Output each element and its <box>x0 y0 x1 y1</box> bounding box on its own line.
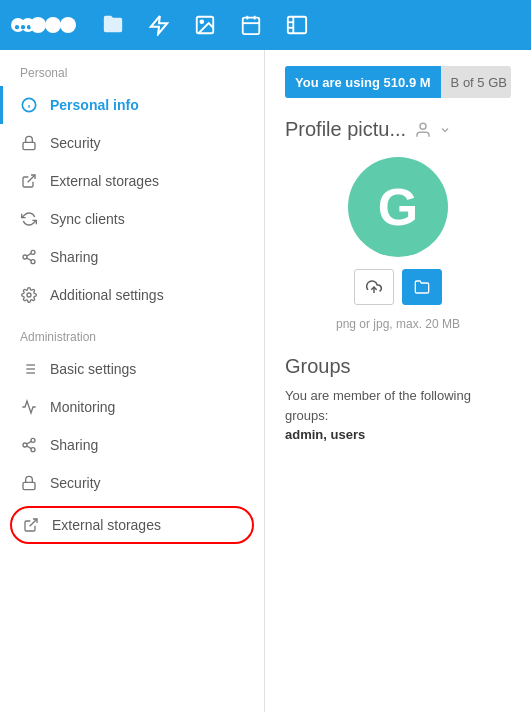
sync-icon <box>20 210 38 228</box>
sidebar-item-label: Security <box>50 135 101 151</box>
sidebar-item-label: Basic settings <box>50 361 136 377</box>
main-layout: Personal Personal info Security External… <box>0 50 531 712</box>
svg-rect-14 <box>288 17 306 34</box>
svg-rect-10 <box>243 18 260 34</box>
svg-point-5 <box>30 17 46 33</box>
svg-point-28 <box>27 293 31 297</box>
storage-bar-fill: You are using 510.9 M <box>285 66 441 98</box>
sidebar-item-sharing-admin[interactable]: Sharing <box>0 426 264 464</box>
groups-description: You are member of the following groups: … <box>285 386 511 445</box>
groups-list: admin, users <box>285 427 365 442</box>
lock-admin-icon <box>20 474 38 492</box>
personal-section-label: Personal <box>0 50 264 86</box>
svg-point-7 <box>60 17 76 33</box>
avatar-buttons <box>354 269 442 305</box>
avatar-hint: png or jpg, max. 20 MB <box>336 317 460 331</box>
sidebar-item-external-storages[interactable]: External storages <box>0 162 264 200</box>
storage-bar: You are using 510.9 M B of 5 GB <box>285 66 511 98</box>
browse-avatar-button[interactable] <box>402 269 442 305</box>
svg-point-42 <box>420 124 426 130</box>
svg-point-25 <box>31 260 35 264</box>
list-icon <box>20 360 38 378</box>
calendar-icon[interactable] <box>236 10 266 40</box>
svg-point-9 <box>200 21 203 24</box>
sidebar-item-label: Personal info <box>50 97 139 113</box>
svg-point-6 <box>45 17 61 33</box>
sidebar-item-label: Sharing <box>50 437 98 453</box>
topbar: ●●● <box>0 0 531 50</box>
svg-line-22 <box>28 175 35 182</box>
profile-title-row: Profile pictu... <box>285 118 511 141</box>
content-area: You are using 510.9 M B of 5 GB Profile … <box>265 50 531 712</box>
person-dropdown-icon[interactable] <box>414 119 451 140</box>
sidebar-item-label: Sharing <box>50 249 98 265</box>
sidebar-item-personal-info[interactable]: Personal info <box>0 86 264 124</box>
share-icon <box>20 248 38 266</box>
sidebar-item-sync-clients[interactable]: Sync clients <box>0 200 264 238</box>
sidebar-item-sharing[interactable]: Sharing <box>0 238 264 276</box>
files-icon[interactable] <box>98 10 128 40</box>
sidebar-item-basic-settings[interactable]: Basic settings <box>0 350 264 388</box>
external-admin-icon <box>22 516 40 534</box>
info-icon <box>20 96 38 114</box>
sidebar-item-monitoring[interactable]: Monitoring <box>0 388 264 426</box>
svg-line-41 <box>30 519 37 526</box>
monitoring-icon <box>20 398 38 416</box>
sidebar-item-label: Security <box>50 475 101 491</box>
profile-title: Profile pictu... <box>285 118 406 141</box>
svg-point-24 <box>23 255 27 259</box>
sidebar-item-label: Additional settings <box>50 287 164 303</box>
groups-title: Groups <box>285 355 511 378</box>
svg-rect-40 <box>23 482 35 489</box>
svg-line-27 <box>27 253 32 256</box>
sidebar-item-label: Sync clients <box>50 211 125 227</box>
svg-rect-21 <box>23 142 35 149</box>
svg-point-23 <box>31 250 35 254</box>
svg-line-39 <box>27 441 32 444</box>
sidebar: Personal Personal info Security External… <box>0 50 265 712</box>
svg-point-35 <box>31 438 35 442</box>
gear-icon <box>20 286 38 304</box>
upload-avatar-button[interactable] <box>354 269 394 305</box>
svg-point-36 <box>23 443 27 447</box>
groups-section: Groups You are member of the following g… <box>285 355 511 445</box>
avatar-container: G png or jpg, max. 20 MB <box>285 157 511 331</box>
avatar: G <box>348 157 448 257</box>
activity-icon[interactable] <box>144 10 174 40</box>
sidebar-item-label: External storages <box>50 173 159 189</box>
sidebar-item-security-admin[interactable]: Security <box>0 464 264 502</box>
sidebar-item-label: External storages <box>52 517 161 533</box>
administration-section-label: Administration <box>0 314 264 350</box>
share-admin-icon <box>20 436 38 454</box>
contacts-icon[interactable] <box>282 10 312 40</box>
svg-line-26 <box>27 258 32 261</box>
svg-point-37 <box>31 448 35 452</box>
storage-bar-container: You are using 510.9 M B of 5 GB <box>285 66 511 98</box>
storage-total-text: B of 5 GB <box>441 75 511 90</box>
logo-icon[interactable] <box>30 10 76 40</box>
profile-section: Profile pictu... G <box>285 118 511 331</box>
sidebar-item-additional-settings[interactable]: Additional settings <box>0 276 264 314</box>
sidebar-item-security[interactable]: Security <box>0 124 264 162</box>
storage-used-text: You are using 510.9 M <box>295 75 431 90</box>
sidebar-item-label: Monitoring <box>50 399 115 415</box>
avatar-letter: G <box>378 177 418 237</box>
lock-icon <box>20 134 38 152</box>
external-icon <box>20 172 38 190</box>
photos-icon[interactable] <box>190 10 220 40</box>
svg-line-38 <box>27 446 32 449</box>
sidebar-item-external-storages-admin[interactable]: External storages <box>10 506 254 544</box>
